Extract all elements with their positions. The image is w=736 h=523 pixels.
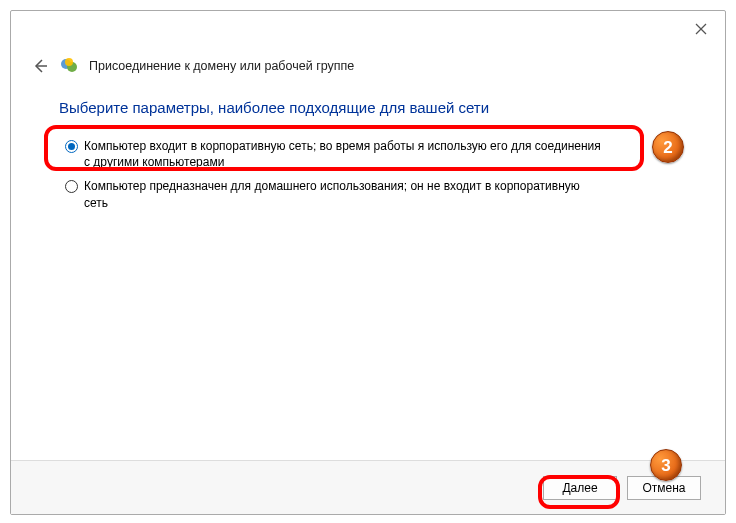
option-home-label: Компьютер предназначен для домашнего исп… bbox=[84, 178, 604, 210]
option-corporate-label: Компьютер входит в корпоративную сеть; в… bbox=[84, 138, 604, 170]
annotation-step-3-badge: 3 bbox=[650, 449, 682, 481]
annotation-step-2-badge: 2 bbox=[652, 131, 684, 163]
next-button[interactable]: Далее bbox=[543, 476, 617, 500]
wizard-icon bbox=[59, 56, 79, 76]
content-area: Выберите параметры, наиболее подходящие … bbox=[59, 99, 685, 215]
close-icon[interactable] bbox=[691, 19, 711, 39]
option-corporate[interactable]: Компьютер входит в корпоративную сеть; в… bbox=[59, 134, 685, 174]
radio-group: Компьютер входит в корпоративную сеть; в… bbox=[59, 134, 685, 215]
radio-icon[interactable] bbox=[65, 140, 78, 153]
titlebar bbox=[11, 11, 725, 47]
header-row: Присоединение к домену или рабочей групп… bbox=[31, 53, 705, 79]
wizard-title: Присоединение к домену или рабочей групп… bbox=[89, 59, 354, 73]
footer: Далее Отмена bbox=[11, 460, 725, 514]
page-heading: Выберите параметры, наиболее подходящие … bbox=[59, 99, 685, 116]
wizard-window: Присоединение к домену или рабочей групп… bbox=[10, 10, 726, 515]
back-arrow-icon[interactable] bbox=[31, 57, 49, 75]
option-home[interactable]: Компьютер предназначен для домашнего исп… bbox=[59, 174, 685, 214]
svg-point-5 bbox=[65, 58, 73, 66]
radio-icon[interactable] bbox=[65, 180, 78, 193]
